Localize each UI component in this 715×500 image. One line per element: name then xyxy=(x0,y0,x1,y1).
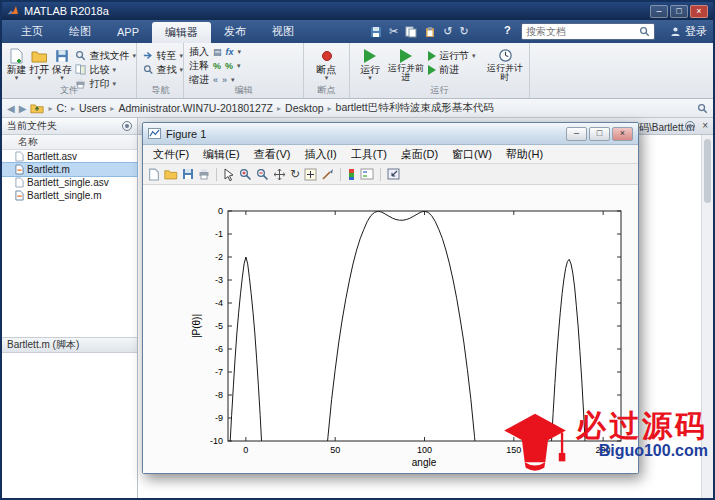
find-files-button[interactable]: 查找文件 ▾ xyxy=(75,49,136,62)
dock-figure-icon[interactable] xyxy=(387,168,400,180)
doc-search-input[interactable] xyxy=(526,26,636,37)
file-row-selected[interactable]: Bartlett.m xyxy=(2,163,137,176)
group-label-file: 文件 xyxy=(2,84,136,97)
editor-close-icon[interactable]: × xyxy=(702,121,708,131)
editor-menu-icon[interactable] xyxy=(685,121,695,131)
file-icon xyxy=(15,190,24,201)
current-folder-title: 当前文件夹 xyxy=(7,119,57,133)
column-header-name[interactable]: 名称 xyxy=(18,135,38,149)
crumb-users[interactable]: Users xyxy=(79,102,106,114)
run-button[interactable]: 运行 ▾ xyxy=(354,45,386,81)
figure-window-icon xyxy=(148,128,161,139)
menu-tools[interactable]: 工具(T) xyxy=(344,147,394,162)
search-icon[interactable] xyxy=(639,26,650,37)
tab-editor[interactable]: 编辑器 xyxy=(152,22,211,43)
fx-icon[interactable]: fx xyxy=(226,47,234,57)
rotate-3d-icon[interactable]: ↻ xyxy=(290,168,300,180)
person-icon xyxy=(670,26,681,37)
run-advance-button[interactable]: 运行并前进 xyxy=(386,45,426,82)
edit-plot-icon[interactable] xyxy=(223,168,235,181)
scrollbar-thumb[interactable] xyxy=(704,139,711,203)
plot-area[interactable] xyxy=(228,211,621,441)
dropdown-icon: ▾ xyxy=(237,63,241,69)
folder-up-icon[interactable] xyxy=(30,102,44,114)
section-icon[interactable]: ▤ xyxy=(213,47,222,57)
file-row[interactable]: Bartlett_single.asv xyxy=(2,176,137,189)
doc-search-box[interactable] xyxy=(521,23,655,40)
print-icon[interactable] xyxy=(198,168,210,180)
file-details-bar[interactable]: Bartlett.m (脚本) xyxy=(2,337,137,353)
cut-icon[interactable]: ✂ xyxy=(389,26,398,37)
save-icon[interactable] xyxy=(182,168,194,180)
brush-icon[interactable] xyxy=(321,168,334,181)
close-button[interactable]: × xyxy=(690,5,708,18)
find-files-label: 查找文件 xyxy=(89,49,129,63)
login-button[interactable]: 登录 xyxy=(670,24,707,39)
goto-button[interactable]: 转至 ▾ xyxy=(143,49,183,62)
breakpoints-button[interactable]: 断点 ▾ xyxy=(307,45,347,81)
crumb-folder[interactable]: bartlett巴特利特波束成形基本代码 xyxy=(336,101,494,115)
tab-home[interactable]: 主页 xyxy=(8,20,56,43)
tab-apps[interactable]: APP xyxy=(104,20,152,43)
y-tick-label: -2 xyxy=(215,252,223,262)
zoom-in-icon[interactable] xyxy=(239,168,252,181)
colorbar-icon[interactable] xyxy=(347,168,356,181)
paste-icon[interactable] xyxy=(424,26,436,38)
help-icon[interactable]: ? xyxy=(504,24,511,36)
menu-window[interactable]: 窗口(W) xyxy=(445,147,499,162)
menu-file[interactable]: 文件(F) xyxy=(146,147,196,162)
group-label-edit: 编辑 xyxy=(184,84,303,97)
minimize-button[interactable]: – xyxy=(650,5,668,18)
file-row[interactable]: Bartlett_single.m xyxy=(2,189,137,202)
figure-maximize-button[interactable]: □ xyxy=(589,127,610,141)
crumb-desktop[interactable]: Desktop xyxy=(285,102,324,114)
pan-icon[interactable] xyxy=(273,168,286,181)
menu-desktop[interactable]: 桌面(D) xyxy=(394,147,445,162)
folder-search-icon[interactable] xyxy=(697,103,708,114)
legend-icon[interactable] xyxy=(360,168,374,180)
panel-menu-icon[interactable] xyxy=(122,121,132,131)
zoom-out-icon[interactable] xyxy=(256,168,269,181)
menu-view[interactable]: 查看(V) xyxy=(247,147,298,162)
crumb-admin[interactable]: Administrator.WIN7U-20180127Z xyxy=(118,102,273,114)
save-icon[interactable] xyxy=(370,26,382,38)
run-time-button[interactable]: 运行并计时 xyxy=(484,45,526,82)
compare-button[interactable]: 比较 ▾ xyxy=(75,63,136,76)
undo-icon[interactable]: ↺ xyxy=(443,26,452,37)
run-section-button[interactable]: 运行节 ▾ xyxy=(428,49,484,62)
figure-minimize-button[interactable]: – xyxy=(566,127,587,141)
comment-icon[interactable]: % xyxy=(213,61,221,71)
crumb-separator: ▸ xyxy=(328,104,332,113)
redo-icon[interactable]: ↻ xyxy=(459,26,468,37)
forward-icon[interactable]: ▶ xyxy=(19,103,27,114)
menu-edit[interactable]: 编辑(E) xyxy=(196,147,247,162)
comment-button[interactable]: 注释 xyxy=(189,59,209,73)
menu-insert[interactable]: 插入(I) xyxy=(297,147,343,162)
tab-view[interactable]: 视图 xyxy=(259,20,307,43)
insert-button[interactable]: 插入 xyxy=(189,45,209,59)
tab-publish[interactable]: 发布 xyxy=(211,20,259,43)
run-advance-label: 运行并前进 xyxy=(386,64,426,82)
menu-help[interactable]: 帮助(H) xyxy=(499,147,550,162)
new-figure-icon[interactable] xyxy=(148,168,160,181)
tab-plots[interactable]: 绘图 xyxy=(56,20,104,43)
back-icon[interactable]: ◀ xyxy=(7,103,15,114)
advance-button[interactable]: 前进 xyxy=(428,63,484,76)
file-icon xyxy=(15,164,24,175)
data-cursor-icon[interactable] xyxy=(304,168,317,181)
crumb-drive[interactable]: C: xyxy=(56,102,67,114)
find-button[interactable]: 查找 ▾ xyxy=(143,63,183,76)
file-row[interactable]: Bartlett.asv xyxy=(2,150,137,163)
new-script-button[interactable]: 新建 ▾ xyxy=(5,45,28,81)
dropdown-icon: ▾ xyxy=(179,67,183,73)
figure-toolbar: ↻ xyxy=(143,164,638,185)
maximize-button[interactable]: □ xyxy=(670,5,688,18)
open-button[interactable]: 打开 ▾ xyxy=(28,45,51,81)
open-icon[interactable] xyxy=(164,168,178,180)
save-button[interactable]: 保存 ▾ xyxy=(51,45,74,81)
comment-block-icon[interactable]: % xyxy=(225,61,233,71)
copy-icon[interactable] xyxy=(405,26,417,38)
figure-close-button[interactable]: × xyxy=(612,127,633,141)
figure-titlebar[interactable]: Figure 1 – □ × xyxy=(143,123,638,145)
breakpoint-icon xyxy=(322,51,332,61)
